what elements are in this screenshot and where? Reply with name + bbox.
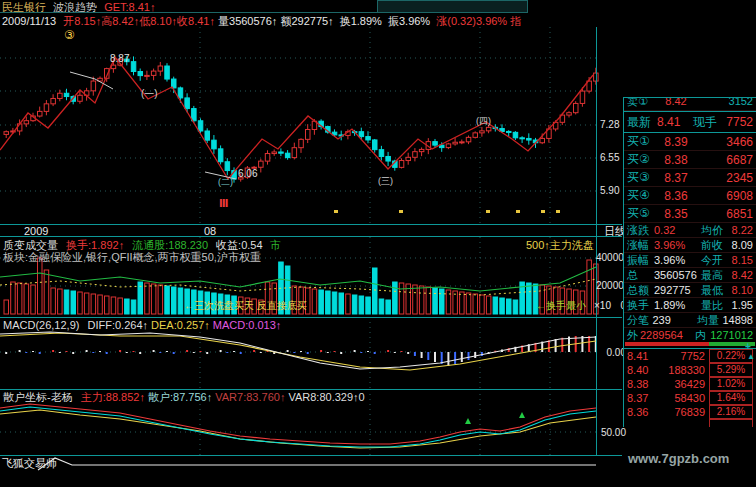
bid-row[interactable]: 买⑤8.356851 bbox=[624, 205, 756, 223]
sector-line: 板块:金融保险业,银行,QFII概念,两市权重50,沪市权重 bbox=[3, 251, 261, 263]
ohlc-values: 开8.15↑高8.42↑低8.10↑收8.41↑ bbox=[63, 15, 215, 27]
stat-value: 3.96% bbox=[654, 254, 701, 266]
wave-2-label: (二) bbox=[218, 177, 233, 187]
bid-row[interactable]: 买④8.366908 bbox=[624, 187, 756, 205]
bid-label: 买① bbox=[627, 133, 657, 150]
macd-diff-value: DIFF:0.264↑ bbox=[87, 319, 148, 331]
header-underline bbox=[0, 12, 528, 13]
var8-value: VAR8:80.329↑0 bbox=[288, 391, 364, 403]
stat-label: 均价 bbox=[701, 223, 728, 238]
transaction-row-partial bbox=[624, 419, 756, 427]
transaction-row[interactable]: 8.4177520.22% bbox=[624, 349, 756, 363]
date-label: 2009/11/13 bbox=[2, 15, 56, 27]
axis-border bbox=[596, 27, 597, 455]
bid-label: 买② bbox=[627, 151, 657, 168]
trade-percent-badge: 1.02% bbox=[709, 377, 753, 391]
main-candlestick-chart[interactable] bbox=[0, 27, 622, 224]
retail-panel-header: 散户坐标-老杨 主力:88.852↑ 散户:87.756↑ VAR7:83.76… bbox=[3, 391, 365, 403]
trade-price: 8.38 bbox=[627, 378, 659, 390]
signal-dot bbox=[486, 210, 490, 213]
stat-row: 振幅3.96%今开8.15 bbox=[624, 253, 756, 268]
ask-volume: 3152 bbox=[695, 98, 753, 107]
main-force-note: 500↑主力洗盘 bbox=[526, 239, 594, 251]
volume-panel-header: 质变成交量 换手:1.892↑ 流通股:188.230 收益:0.54 市 bbox=[3, 239, 281, 251]
x-axis-label-08: 08 bbox=[204, 225, 216, 237]
outer-inner-row: 外2289564内1271012 bbox=[624, 328, 756, 342]
stat-row: 分笔239均量14898 bbox=[624, 313, 756, 328]
stat-label: 总额 bbox=[627, 283, 654, 298]
stat-value: 1.89% bbox=[654, 299, 701, 311]
bid-label: 买④ bbox=[627, 187, 657, 204]
wave-4-label: (四) bbox=[476, 116, 491, 126]
outer-inner-ratio-bar bbox=[625, 342, 755, 346]
trade-percent-badge: 2.16% bbox=[709, 405, 753, 419]
quote-sidebar: 卖①8.423152最新8.41现手7752买①8.393466买②8.3866… bbox=[623, 97, 756, 427]
stat-row: 涨幅3.96%前收8.09 bbox=[624, 238, 756, 253]
stat-label: 前收 bbox=[701, 238, 728, 253]
amount-value: 额292775↑ bbox=[280, 15, 333, 27]
stat-value: 8.22 bbox=[728, 224, 753, 236]
stat-value: 292775 bbox=[654, 284, 701, 296]
move-handle-icon[interactable]: + bbox=[745, 341, 751, 352]
stat-label: 振幅 bbox=[627, 253, 654, 268]
signal-dot bbox=[556, 210, 560, 213]
stat-value: 8.09 bbox=[728, 239, 753, 251]
min-turnover-note: ←换手最小 bbox=[536, 300, 586, 311]
stat-value: 1.95 bbox=[728, 299, 753, 311]
trade-volume: 36429 bbox=[659, 378, 705, 390]
bid-label: 买⑤ bbox=[627, 205, 657, 222]
macd-panel-header: MACD(26,12,9) DIFF:0.264↑ DEA:0.257↑ MAC… bbox=[3, 319, 281, 331]
vol-float-shares: 流通股:188.230 bbox=[132, 239, 208, 251]
stat-label: 总 bbox=[627, 268, 654, 283]
macd-macd-value: MACD:0.013↑ bbox=[213, 319, 281, 331]
bid-label: 买③ bbox=[627, 169, 657, 186]
transaction-row[interactable]: 8.401883305.29% bbox=[624, 363, 756, 377]
stat-value: 14898 bbox=[722, 314, 753, 326]
trough-price-label: 6.06 bbox=[238, 168, 257, 179]
stat-value: 8.42 bbox=[728, 269, 753, 281]
brand-label: 飞狐交易师 bbox=[2, 457, 57, 469]
stat-label: 涨跌 bbox=[627, 223, 654, 238]
turnover-value: 换1.89% bbox=[340, 15, 382, 27]
latest-label: 最新 bbox=[627, 114, 657, 131]
change-value: 涨(0.32)3.96% 指 bbox=[436, 15, 521, 27]
bid-row[interactable]: 买②8.386687 bbox=[624, 151, 756, 169]
peak-price-label: 8.87 bbox=[110, 53, 129, 64]
trade-volume: 7752 bbox=[659, 350, 705, 362]
bid-row[interactable]: 买③8.372345 bbox=[624, 169, 756, 187]
bid-price: 8.37 bbox=[657, 171, 695, 185]
zhuli-value: 主力:88.852↑ bbox=[81, 391, 145, 403]
trade-percent-badge bbox=[709, 419, 753, 427]
signal-dot bbox=[516, 210, 520, 213]
bid-price: 8.38 bbox=[657, 153, 695, 167]
current-lot-label: 现手 bbox=[693, 114, 723, 131]
ask-row[interactable]: 卖①8.423152 bbox=[624, 98, 756, 111]
vol-axis-label: 0 bbox=[596, 300, 626, 311]
inner-label: 内 bbox=[695, 328, 708, 343]
scrollbar-up-icon[interactable]: ▲ bbox=[747, 352, 755, 361]
transaction-row[interactable]: 8.36768392.16% bbox=[624, 405, 756, 419]
bid-price: 8.39 bbox=[657, 135, 695, 149]
outer-label: 外 bbox=[627, 328, 640, 343]
sanhu-value: 散户:87.756↑ bbox=[148, 391, 212, 403]
volume-panel-title: 质变成交量 bbox=[3, 239, 58, 251]
stat-label: 今开 bbox=[701, 253, 728, 268]
signal-dot bbox=[399, 210, 403, 213]
amplitude-value: 振3.96% bbox=[388, 15, 430, 27]
bid-row[interactable]: 买①8.393466 bbox=[624, 133, 756, 151]
wave-circle-3-label: ③ bbox=[64, 28, 75, 42]
stat-row: 换手1.89%量比1.95 bbox=[624, 298, 756, 313]
header-line2: 2009/11/13 开8.15↑高8.42↑低8.10↑收8.41↑ 量356… bbox=[2, 15, 521, 27]
transaction-row[interactable]: 8.38364291.02% bbox=[624, 377, 756, 391]
bid-price: 8.36 bbox=[657, 189, 695, 203]
stat-label: 换手 bbox=[627, 298, 654, 313]
transaction-row[interactable]: 8.37584301.64% bbox=[624, 391, 756, 405]
signal-dot bbox=[541, 210, 545, 213]
ask-row-partial[interactable]: 卖①8.423152 bbox=[624, 98, 756, 111]
bid-volume: 3466 bbox=[695, 135, 753, 149]
trade-price: 8.40 bbox=[627, 364, 659, 376]
ratio-red bbox=[625, 342, 709, 346]
stat-row: 总额292775最低8.10 bbox=[624, 283, 756, 298]
price-axis-label: 5.90 bbox=[600, 185, 619, 196]
stat-row: 总3560576最高8.42 bbox=[624, 268, 756, 283]
